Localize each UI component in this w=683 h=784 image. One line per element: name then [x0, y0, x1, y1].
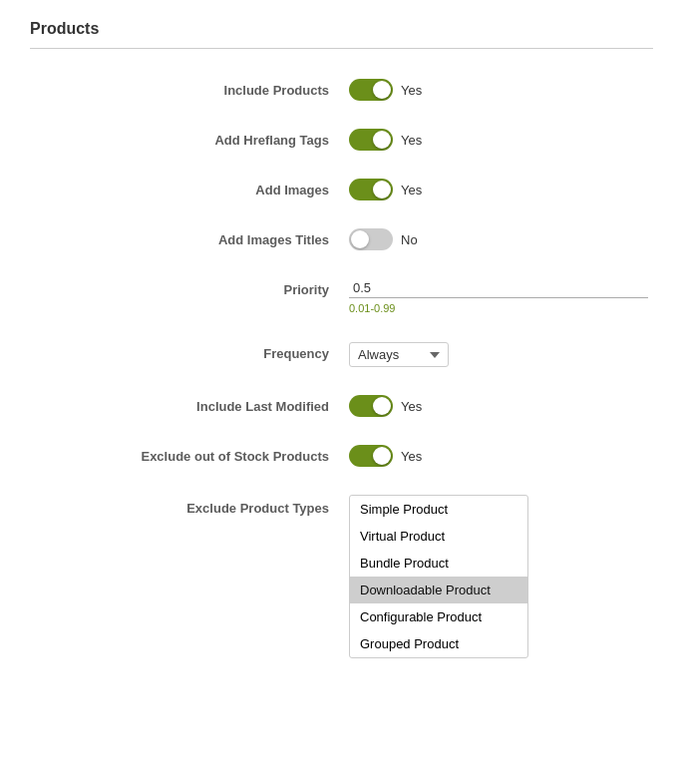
exclude-product-types-select[interactable]: Simple ProductVirtual ProductBundle Prod… [349, 495, 528, 658]
add-images-titles-knob [351, 230, 369, 248]
exclude-product-types-row: Exclude Product Types Simple ProductVirt… [30, 495, 653, 658]
include-products-knob [373, 81, 391, 99]
include-last-modified-status: Yes [401, 399, 422, 414]
include-last-modified-knob [373, 397, 391, 415]
add-hreflang-label: Add Hreflang Tags [30, 129, 349, 148]
include-products-label: Include Products [30, 79, 349, 98]
section-title: Products [30, 20, 653, 49]
add-hreflang-track[interactable] [349, 129, 393, 151]
priority-wrapper: 0.01-0.99 [349, 278, 648, 314]
frequency-control: AlwaysHourlyDailyWeeklyMonthlyYearlyNeve… [349, 342, 653, 367]
priority-input[interactable] [349, 278, 648, 298]
add-hreflang-toggle-container: Yes [349, 129, 422, 151]
include-last-modified-toggle-container: Yes [349, 395, 422, 417]
exclude-out-of-stock-row: Exclude out of Stock Products Yes [30, 445, 653, 467]
page-container: Products Include Products Yes Add Hrefla… [0, 0, 683, 706]
add-images-titles-track[interactable] [349, 228, 393, 250]
include-products-toggle-container: Yes [349, 79, 422, 101]
add-hreflang-control: Yes [349, 129, 653, 151]
frequency-select[interactable]: AlwaysHourlyDailyWeeklyMonthlyYearlyNeve… [349, 342, 449, 367]
add-images-knob [373, 181, 391, 198]
add-images-titles-status: No [401, 232, 418, 247]
exclude-out-of-stock-status: Yes [401, 449, 422, 464]
add-images-titles-toggle-container: No [349, 228, 418, 250]
include-products-track[interactable] [349, 79, 393, 101]
exclude-out-of-stock-toggle[interactable] [349, 445, 393, 467]
add-images-label: Add Images [30, 179, 349, 197]
include-last-modified-row: Include Last Modified Yes [30, 395, 653, 417]
add-images-titles-label: Add Images Titles [30, 228, 349, 247]
add-images-control: Yes [349, 179, 653, 200]
add-hreflang-knob [373, 131, 391, 149]
priority-hint: 0.01-0.99 [349, 302, 648, 314]
add-hreflang-status: Yes [401, 133, 422, 148]
add-images-toggle[interactable] [349, 179, 393, 200]
include-products-row: Include Products Yes [30, 79, 653, 101]
include-products-toggle[interactable] [349, 79, 393, 101]
priority-label: Priority [30, 278, 349, 297]
frequency-label: Frequency [30, 342, 349, 361]
priority-control: 0.01-0.99 [349, 278, 653, 314]
include-last-modified-toggle[interactable] [349, 395, 393, 417]
include-products-status: Yes [401, 83, 422, 98]
exclude-out-of-stock-toggle-container: Yes [349, 445, 422, 467]
exclude-product-types-control: Simple ProductVirtual ProductBundle Prod… [349, 495, 653, 658]
include-last-modified-track[interactable] [349, 395, 393, 417]
add-images-titles-control: No [349, 228, 653, 250]
exclude-out-of-stock-control: Yes [349, 445, 653, 467]
add-images-track[interactable] [349, 179, 393, 200]
include-products-control: Yes [349, 79, 653, 101]
add-images-titles-toggle[interactable] [349, 228, 393, 250]
exclude-out-of-stock-label: Exclude out of Stock Products [30, 445, 349, 464]
add-hreflang-row: Add Hreflang Tags Yes [30, 129, 653, 151]
exclude-out-of-stock-track[interactable] [349, 445, 393, 467]
exclude-product-types-label: Exclude Product Types [30, 495, 349, 516]
exclude-out-of-stock-knob [373, 447, 391, 465]
add-images-titles-row: Add Images Titles No [30, 228, 653, 250]
include-last-modified-label: Include Last Modified [30, 395, 349, 414]
add-images-row: Add Images Yes [30, 179, 653, 200]
include-last-modified-control: Yes [349, 395, 653, 417]
add-hreflang-toggle[interactable] [349, 129, 393, 151]
frequency-row: Frequency AlwaysHourlyDailyWeeklyMonthly… [30, 342, 653, 367]
priority-row: Priority 0.01-0.99 [30, 278, 653, 314]
add-images-status: Yes [401, 183, 422, 197]
add-images-toggle-container: Yes [349, 179, 422, 200]
